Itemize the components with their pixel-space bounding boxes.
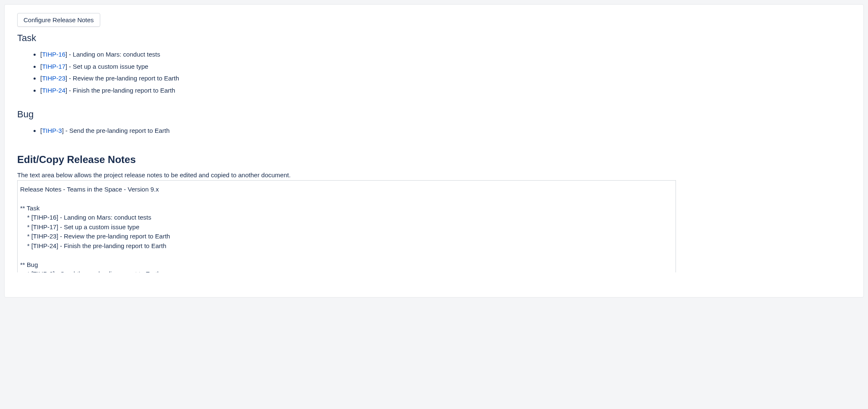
issue-title: Set up a custom issue type <box>73 63 148 70</box>
edit-copy-intro: The text area below allows the project r… <box>17 171 851 179</box>
task-list: [TIHP-16] - Landing on Mars: conduct tes… <box>17 49 851 96</box>
release-notes-panel: Configure Release Notes Task [TIHP-16] -… <box>4 4 864 298</box>
issue-title: Finish the pre-landing report to Earth <box>73 87 175 94</box>
issue-link[interactable]: TIHP-23 <box>42 75 65 82</box>
list-item: [TIHP-24] - Finish the pre-landing repor… <box>40 85 851 97</box>
issue-link[interactable]: TIHP-24 <box>42 87 65 94</box>
configure-release-notes-button[interactable]: Configure Release Notes <box>17 13 100 27</box>
issue-title: Send the pre-landing report to Earth <box>69 127 169 134</box>
list-item: [TIHP-17] - Set up a custom issue type <box>40 61 851 73</box>
list-item: [TIHP-3] - Send the pre-landing report t… <box>40 125 851 137</box>
list-item: [TIHP-23] - Review the pre-landing repor… <box>40 72 851 85</box>
release-notes-textarea[interactable] <box>17 180 676 272</box>
bug-heading: Bug <box>17 109 851 120</box>
issue-link[interactable]: TIHP-3 <box>42 127 62 134</box>
issue-link[interactable]: TIHP-16 <box>42 51 65 58</box>
issue-title: Review the pre-landing report to Earth <box>73 75 179 82</box>
edit-copy-heading: Edit/Copy Release Notes <box>17 154 851 166</box>
task-heading: Task <box>17 33 851 44</box>
issue-title: Landing on Mars: conduct tests <box>73 51 160 58</box>
issue-link[interactable]: TIHP-17 <box>42 63 65 70</box>
list-item: [TIHP-16] - Landing on Mars: conduct tes… <box>40 49 851 61</box>
bug-list: [TIHP-3] - Send the pre-landing report t… <box>17 125 851 137</box>
